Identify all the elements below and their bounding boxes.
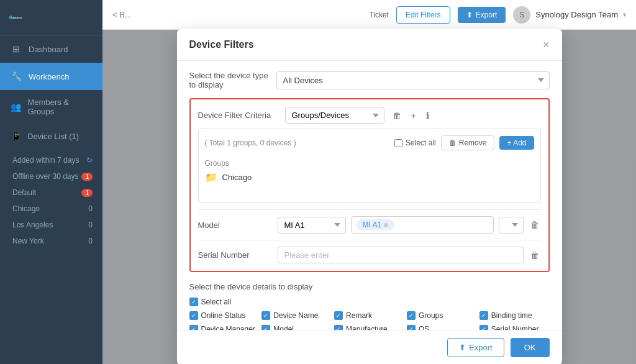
checkbox-icon-0 [189, 311, 198, 320]
select-all-details-row: Select all [189, 298, 550, 306]
dot-indicator [384, 223, 388, 227]
criteria-inner: ( Total 1 groups, 0 devices ) Select all… [198, 129, 541, 203]
total-info: ( Total 1 groups, 0 devices ) [205, 139, 296, 147]
filter-default[interactable]: Default 1 [0, 184, 102, 201]
svg-text:AirDroid: AirDroid [12, 17, 22, 19]
checkbox-icon-5 [189, 325, 198, 330]
checkbox-grid: Online StatusDevice NameRemarkGroupsBind… [189, 311, 550, 330]
sidebar-item-label: Workbench [29, 72, 70, 81]
checkbox-icon [189, 298, 198, 306]
ticket-button[interactable]: Ticket [369, 11, 389, 19]
logo-icon: AirDroid [7, 9, 27, 26]
sidebar-item-workbench[interactable]: 🔧 Workbench [0, 63, 102, 90]
topbar: < B... Ticket Edit Filters ⬆ Export S Sy… [102, 0, 636, 30]
delete-criteria-button[interactable]: 🗑 [391, 109, 403, 122]
add-button[interactable]: + Add [499, 136, 534, 150]
inner-actions: Select all 🗑 Remove + Add [394, 135, 534, 150]
device-type-select[interactable]: All DevicesAndroidiOS [276, 71, 550, 89]
filter-new-york[interactable]: New York 0 [0, 233, 102, 249]
sidebar-item-label: Members & Groups [28, 98, 93, 116]
model-value-select[interactable] [499, 217, 524, 234]
footer-export-icon: ⬆ [459, 343, 466, 352]
content-background: Device Filters × Select the device type … [102, 30, 636, 364]
sidebar-item-label: Dashboard [29, 45, 68, 54]
checkbox-item-7[interactable]: Manufacture [334, 325, 404, 330]
select-all-checkbox[interactable] [394, 139, 402, 147]
model-tag: MI A1 [357, 219, 395, 230]
avatar: S [513, 6, 530, 24]
modal-overlay: Device Filters × Select the device type … [102, 30, 636, 364]
checkbox-icon-8 [407, 325, 416, 330]
checkbox-item-5[interactable]: Device Manager [189, 325, 260, 330]
breadcrumb: < B... [112, 10, 132, 19]
checkbox-icon-2 [334, 311, 343, 320]
sidebar-item-dashboard[interactable]: ⊞ Dashboard [0, 35, 102, 63]
sidebar-item-device-list[interactable]: 📱 Device List (1) [0, 124, 102, 148]
device-list-label: Device List (1) [27, 132, 79, 141]
model-value-container: MI A1 [351, 216, 494, 234]
dashboard-icon: ⊞ [10, 43, 22, 55]
criteria-type-select[interactable]: Groups/Devices [285, 107, 384, 124]
info-criteria-button[interactable]: ℹ [424, 109, 431, 122]
filter-offline-30days[interactable]: Offline over 30 days 1 [0, 168, 102, 184]
remove-icon: 🗑 [449, 139, 457, 147]
sidebar: AirDroid ⊞ Dashboard 🔧 Workbench 👥 Membe… [0, 0, 102, 364]
device-list-icon: 📱 [10, 130, 22, 142]
model-label: Model [198, 221, 273, 230]
filter-chicago[interactable]: Chicago 0 [0, 201, 102, 217]
checkbox-item-0[interactable]: Online Status [189, 311, 260, 320]
model-operator-select[interactable]: MI A1 [278, 217, 346, 234]
delete-serial-button[interactable]: 🗑 [529, 248, 541, 262]
edit-filters-button[interactable]: Edit Filters [396, 6, 450, 24]
serial-label: Serial Number [198, 250, 273, 260]
dialog-footer: ⬆ Export OK [177, 330, 562, 364]
checkbox-icon-9 [479, 325, 488, 330]
group-item-chicago[interactable]: 📁 Chicago [205, 171, 534, 183]
checkbox-item-4[interactable]: Binding time [479, 311, 550, 320]
checkbox-item-9[interactable]: Serial Number [479, 325, 550, 330]
select-all-details[interactable]: Select all [189, 298, 550, 306]
chevron-down-icon: ▾ [623, 11, 626, 18]
checkbox-item-6[interactable]: Model [261, 325, 332, 330]
criteria-inner-header: ( Total 1 groups, 0 devices ) Select all… [205, 135, 534, 150]
serial-input[interactable] [278, 247, 524, 263]
folder-icon: 📁 [205, 171, 217, 183]
add-criteria-button[interactable]: + [409, 109, 418, 122]
device-type-row: Select the device type to display All De… [189, 71, 550, 89]
checkbox-icon-3 [407, 311, 416, 320]
filter-label: Offline over 30 days [12, 172, 79, 181]
user-name: Synology Design Team [535, 10, 618, 19]
user-menu[interactable]: S Synology Design Team ▾ [513, 6, 626, 24]
criteria-label: Device Filter Criteria [198, 111, 279, 120]
delete-model-button[interactable]: 🗑 [529, 218, 541, 232]
model-row: Model MI A1 MI A1 🗑 [198, 209, 541, 234]
checkbox-item-3[interactable]: Groups [407, 311, 477, 320]
checkbox-item-2[interactable]: Remark [334, 311, 404, 320]
dialog-body: Select the device type to display All De… [177, 61, 562, 330]
filter-label: Los Angeles [12, 221, 53, 229]
checkbox-icon-7 [334, 325, 343, 330]
checkbox-icon-1 [261, 311, 270, 320]
sidebar-item-members-groups[interactable]: 👥 Members & Groups [0, 90, 102, 124]
checkbox-item-1[interactable]: Device Name [261, 311, 332, 320]
members-icon: 👥 [10, 101, 22, 113]
checkbox-item-8[interactable]: OS [407, 325, 477, 330]
remove-button[interactable]: 🗑 Remove [441, 135, 495, 150]
filter-badge: 1 [81, 173, 93, 181]
filter-count: 0 [88, 221, 93, 229]
select-all-label[interactable]: Select all [394, 139, 436, 147]
dialog-title: Device Filters [189, 39, 254, 50]
groups-label: Groups [205, 159, 534, 168]
footer-ok-button[interactable]: OK [511, 338, 550, 357]
filter-added-7days[interactable]: Added within 7 days ↻ [0, 152, 102, 168]
filter-count: 0 [88, 204, 93, 213]
checkbox-icon-6 [261, 325, 270, 330]
filter-los-angeles[interactable]: Los Angeles 0 [0, 217, 102, 233]
details-section: Select the device details to display Sel… [189, 282, 550, 330]
close-button[interactable]: × [543, 39, 550, 50]
group-name: Chicago [222, 173, 252, 182]
export-button[interactable]: ⬆ Export [458, 7, 506, 23]
footer-export-button[interactable]: ⬆ Export [447, 338, 504, 357]
details-label: Select the device details to display [189, 282, 550, 291]
logo: AirDroid [0, 0, 102, 35]
